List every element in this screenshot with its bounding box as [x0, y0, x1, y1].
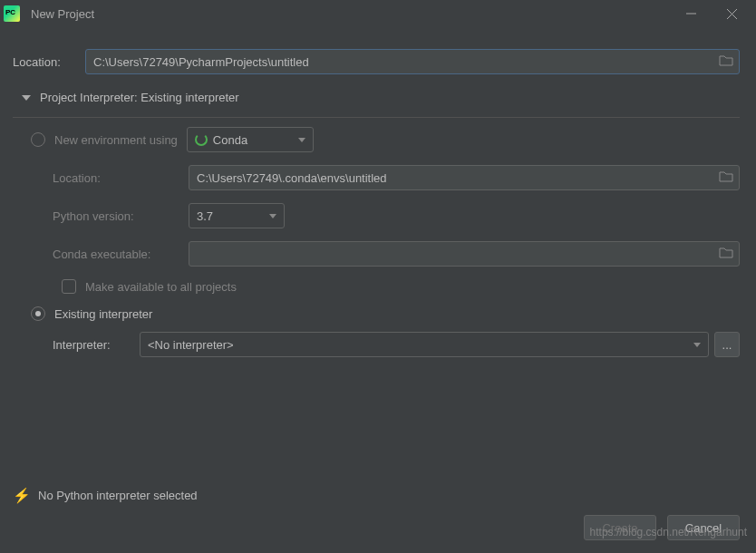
conda-exec-input[interactable] [189, 241, 740, 267]
chevron-down-icon [693, 343, 701, 347]
new-env-label: New environment using [54, 133, 178, 147]
conda-exec-label: Conda executable: [53, 247, 189, 261]
existing-interpreter-radio[interactable] [31, 306, 45, 321]
watermark: https://blog.csdn.net/Rengarhunt [590, 526, 747, 538]
env-location-value: C:\Users\72749\.conda\envs\untitled [197, 171, 387, 185]
minimize-button[interactable] [671, 0, 712, 27]
section-title: Project Interpreter: Existing interprete… [40, 91, 239, 104]
browse-folder-icon[interactable] [719, 170, 733, 185]
app-icon [4, 5, 20, 22]
titlebar: New Project [0, 0, 756, 27]
section-header[interactable]: Project Interpreter: Existing interprete… [13, 91, 740, 110]
chevron-down-icon [298, 138, 305, 142]
ellipsis-label: ... [722, 338, 732, 352]
warning-bar: ⚡ No Python interpreter selected [13, 487, 198, 504]
env-tool-dropdown[interactable]: Conda [187, 127, 314, 152]
conda-icon [195, 133, 208, 146]
make-available-label: Make available to all projects [85, 280, 237, 294]
divider [13, 117, 740, 118]
location-value: C:\Users\72749\PycharmProjects\untitled [93, 55, 309, 69]
interpreter-dropdown[interactable]: <No interpreter> [140, 332, 709, 357]
chevron-down-icon [269, 214, 276, 218]
location-input[interactable]: C:\Users\72749\PycharmProjects\untitled [85, 49, 740, 74]
interpreter-value: <No interpreter> [148, 338, 234, 352]
py-version-dropdown[interactable]: 3.7 [189, 203, 285, 228]
browse-folder-icon[interactable] [719, 247, 733, 261]
py-version-value: 3.7 [197, 209, 213, 223]
window-title: New Project [31, 7, 94, 21]
new-env-radio[interactable] [31, 132, 45, 147]
close-button[interactable] [712, 0, 752, 27]
location-label: Location: [13, 55, 85, 69]
py-version-label: Python version: [53, 209, 189, 223]
existing-interpreter-label: Existing interpreter [54, 307, 152, 321]
warning-text: No Python interpreter selected [38, 489, 198, 502]
env-tool-value: Conda [213, 133, 247, 147]
interpreter-browse-button[interactable]: ... [714, 332, 740, 357]
lightning-icon: ⚡ [13, 487, 31, 504]
browse-folder-icon[interactable] [719, 54, 733, 69]
env-location-input[interactable]: C:\Users\72749\.conda\envs\untitled [189, 165, 740, 190]
interpreter-label: Interpreter: [53, 338, 140, 352]
disclosure-triangle-icon [22, 95, 31, 101]
make-available-checkbox[interactable] [62, 279, 76, 294]
env-location-label: Location: [53, 171, 189, 185]
